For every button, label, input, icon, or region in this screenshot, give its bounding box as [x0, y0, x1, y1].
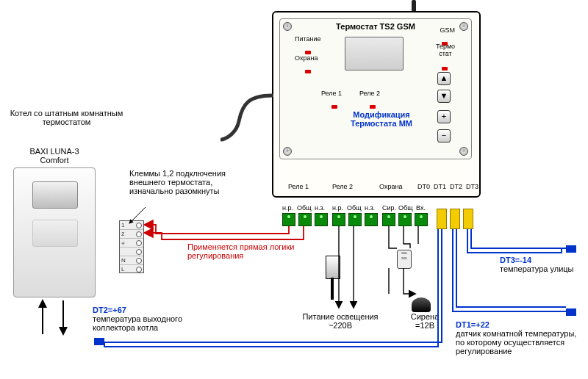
bottom-dt1: DT1 [434, 183, 446, 190]
terminal-gnd: ⏚ [121, 239, 127, 246]
relay2-label: Реле 2 [359, 90, 380, 97]
bottom-relay1-label: Реле 1 [288, 183, 309, 190]
terminal-2-num: 2 [121, 231, 127, 237]
dt3-desc: температура улицы [500, 264, 581, 273]
gsm-led-label: GSM [440, 26, 455, 34]
guard-pin-b: Общ [398, 204, 413, 212]
relay-coil-icon: ≈≈≈≈ [397, 250, 412, 269]
minus-button[interactable]: − [437, 129, 451, 142]
boiler-control-panel [32, 181, 78, 209]
dt3-sensor-icon [566, 245, 576, 253]
terminal-n: N [121, 257, 127, 264]
siren-icon [412, 297, 431, 312]
power-led-label: Питание [295, 35, 321, 43]
guard-pin-c: Вх. [416, 204, 426, 212]
bottom-dt2: DT2 [450, 183, 462, 190]
boiler-unit [13, 167, 96, 297]
logic-note-label: Применяется прямая логики регулирования [187, 242, 301, 260]
thermostat-front-panel: + + + + Термостат TS2 GSM Питание Охрана… [279, 18, 472, 159]
guard-led-label: Охрана [295, 54, 318, 62]
street-lamp-icon [326, 256, 340, 279]
relay1-connector [282, 213, 328, 226]
relay1-pin-a: н.р. [282, 204, 293, 212]
terminals-note-label: Клеммы 1,2 подключения внешнего термоста… [129, 169, 240, 195]
screw-icon: + [459, 147, 468, 156]
dt2-desc: температура выходного коллектора котла [93, 314, 225, 332]
terminal-l: L [121, 266, 127, 272]
svg-line-2 [129, 207, 146, 223]
dt1-title: DT1=+22 [456, 320, 585, 329]
boiler-control-panel-shadow [32, 220, 78, 247]
bottom-dt3: DT3 [466, 183, 478, 190]
terminals-note-arrow [126, 206, 148, 228]
relay1-pin-b: Общ [297, 204, 312, 212]
guard-pin-a: Сир. [382, 204, 396, 212]
down-button[interactable]: ▼ [437, 90, 451, 103]
boiler-terminal-strip: 1 2 ⏚ N L [119, 220, 144, 273]
boiler-model-label: BAXI LUNA-3 Comfort [18, 147, 91, 165]
guard-led [305, 63, 311, 76]
modification-label: Модификация Термостата MM [330, 110, 433, 128]
bottom-dt0: DT0 [417, 183, 430, 190]
dt1-block: DT1=+22 датчик комнатной температуры, по… [456, 320, 585, 355]
bottom-guard-label: Охрана [379, 183, 402, 190]
lamp-caption: Питание освещения ~220В [293, 312, 388, 330]
dt2-sensor-icon [94, 338, 104, 345]
boiler-header-label: Котел со штатным комнатным термостатом [6, 109, 127, 126]
relay1-label: Реле 1 [321, 90, 342, 97]
bottom-relay2-label: Реле 2 [332, 183, 353, 190]
relay2-connector [332, 213, 378, 226]
dt3-block: DT3=-14 температура улицы [500, 256, 581, 273]
relay2-pin-c: н.з. [365, 204, 375, 212]
guard-connector [382, 213, 428, 226]
dt-connectors [437, 209, 473, 229]
dt1-desc: датчик комнатной температуры, по котором… [456, 329, 585, 355]
relay2-pin-b: Общ [347, 204, 362, 212]
screw-icon: + [283, 147, 292, 156]
thermostat-device: + + + + Термостат TS2 GSM Питание Охрана… [272, 11, 481, 198]
lcd-screen [345, 37, 404, 71]
up-button[interactable]: ▲ [437, 72, 451, 85]
boiler-flow-arrows [29, 297, 81, 338]
dt3-title: DT3=-14 [500, 256, 581, 264]
relay1-pin-c: н.з. [315, 204, 325, 212]
dt2-title: DT2=+67 [93, 306, 225, 314]
lamp-post-icon [331, 278, 334, 300]
siren-caption: Сирена =12В [403, 312, 447, 330]
thermo-led-label: Термо стат [433, 43, 458, 57]
power-cable-icon [220, 88, 273, 147]
relay2-pin-a: н.р. [332, 204, 343, 212]
plus-button[interactable]: + [437, 110, 451, 123]
dt2-block: DT2=+67 температура выходного коллектора… [93, 306, 225, 332]
dt1-sensor-icon [566, 308, 576, 316]
